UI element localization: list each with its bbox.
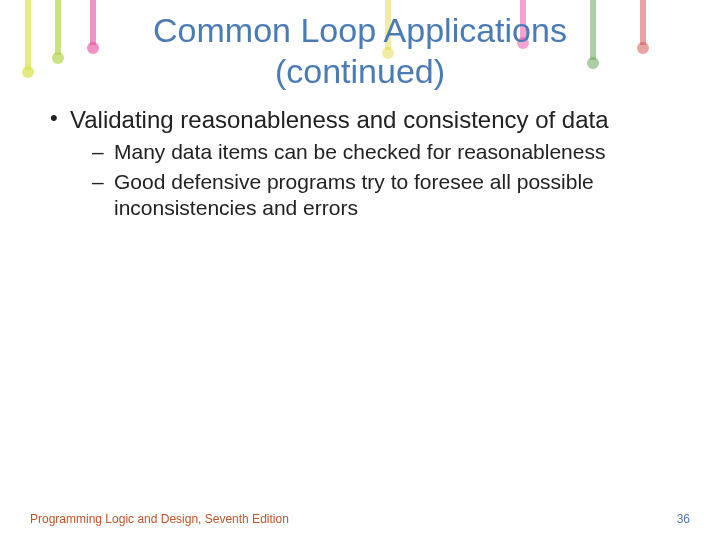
- slide-title: Common Loop Applications (continued): [0, 0, 720, 92]
- slide-body: Validating reasonableness and consistenc…: [0, 92, 720, 222]
- bullet-main-text: Validating reasonableness and consistenc…: [70, 106, 609, 133]
- title-line-2: (continued): [275, 52, 445, 90]
- bullet-sub-text: Many data items can be checked for reaso…: [114, 140, 605, 163]
- bullet-main: Validating reasonableness and consistenc…: [48, 104, 672, 222]
- title-line-1: Common Loop Applications: [153, 11, 567, 49]
- slide-footer: Programming Logic and Design, Seventh Ed…: [0, 512, 720, 526]
- footer-page-number: 36: [677, 512, 690, 526]
- bullet-sub: Many data items can be checked for reaso…: [84, 139, 672, 165]
- bullet-sub-text: Good defensive programs try to foresee a…: [114, 170, 594, 219]
- footer-book-title: Programming Logic and Design, Seventh Ed…: [30, 512, 289, 526]
- bullet-sub: Good defensive programs try to foresee a…: [84, 169, 672, 222]
